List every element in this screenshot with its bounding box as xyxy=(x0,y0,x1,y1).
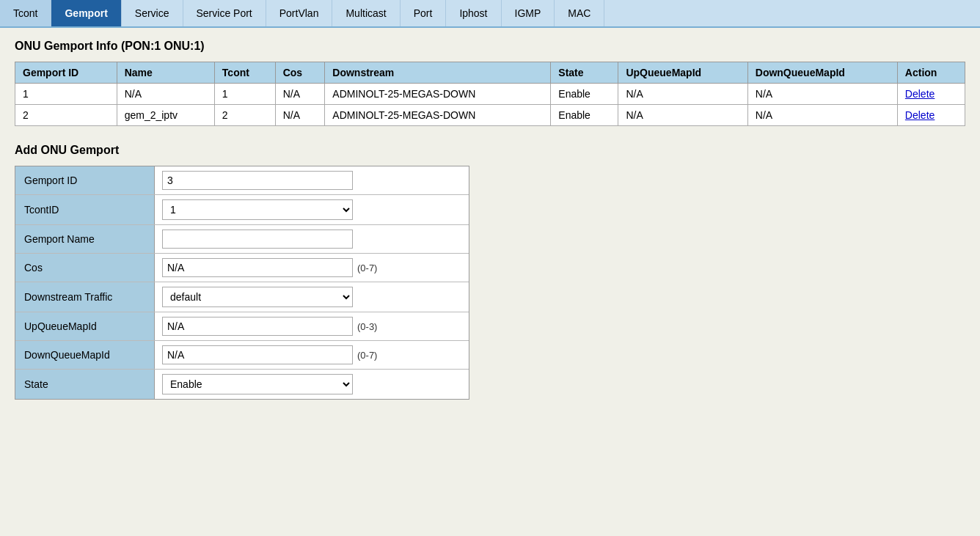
tab-tcont[interactable]: Tcont xyxy=(0,0,51,26)
delete-button-row-1[interactable]: Delete xyxy=(905,109,935,121)
tab-gemport[interactable]: Gemport xyxy=(51,0,121,26)
input-cos[interactable] xyxy=(162,258,353,277)
form-label-up_queue_map_id: UpQueueMapId xyxy=(15,312,155,340)
col-header-cos: Cos xyxy=(275,62,325,84)
form-row-tcont_id: TcontID123 xyxy=(15,195,469,225)
gemport-info-table: Gemport IDNameTcontCosDownstreamStateUpQ… xyxy=(15,62,965,126)
form-row-downstream_traffic: Downstream Trafficdefault xyxy=(15,282,469,312)
form-label-down_queue_map_id: DownQueueMapId xyxy=(15,341,155,369)
table-row: 1N/A1N/AADMINOLT-25-MEGAS-DOWNEnableN/AN… xyxy=(15,84,965,105)
col-header-tcont: Tcont xyxy=(214,62,275,84)
input-gemport_name[interactable] xyxy=(162,230,353,249)
form-label-gemport_name: Gemport Name xyxy=(15,225,155,253)
form-row-down_queue_map_id: DownQueueMapId(0-7) xyxy=(15,341,469,370)
select-tcont_id[interactable]: 123 xyxy=(162,199,353,220)
table-body: 1N/A1N/AADMINOLT-25-MEGAS-DOWNEnableN/AN… xyxy=(15,84,965,126)
form-row-gemport_name: Gemport Name xyxy=(15,225,469,254)
tab-iphost[interactable]: Iphost xyxy=(446,0,501,26)
form-label-gemport_id: Gemport ID xyxy=(15,166,155,194)
col-header-state: State xyxy=(551,62,618,84)
form-row-up_queue_map_id: UpQueueMapId(0-3) xyxy=(15,312,469,341)
hint-cos: (0-7) xyxy=(357,263,377,273)
col-header-name: Name xyxy=(117,62,214,84)
tab-serviceport[interactable]: Service Port xyxy=(183,0,266,26)
form-label-tcont_id: TcontID xyxy=(15,195,155,224)
col-header-gemport-id: Gemport ID xyxy=(15,62,117,84)
input-gemport_id[interactable] xyxy=(162,171,353,190)
col-header-upqueuemapid: UpQueueMapId xyxy=(618,62,747,84)
col-header-downstream: Downstream xyxy=(325,62,551,84)
input-down_queue_map_id[interactable] xyxy=(162,345,353,364)
info-section-title: ONU Gemport Info (PON:1 ONU:1) xyxy=(15,40,965,53)
form-label-state: State xyxy=(15,370,155,399)
hint-up_queue_map_id: (0-3) xyxy=(357,321,377,332)
tab-multicast[interactable]: Multicast xyxy=(332,0,400,26)
select-state[interactable]: EnableDisable xyxy=(162,374,353,394)
form-row-state: StateEnableDisable xyxy=(15,370,469,399)
add-section-title: Add ONU Gemport xyxy=(15,144,965,157)
tab-mac[interactable]: MAC xyxy=(555,0,604,26)
input-up_queue_map_id[interactable] xyxy=(162,317,353,336)
add-gemport-form: Gemport IDTcontID123Gemport NameCos(0-7)… xyxy=(15,166,469,400)
tab-service[interactable]: Service xyxy=(122,0,183,26)
table-header-row: Gemport IDNameTcontCosDownstreamStateUpQ… xyxy=(15,62,965,84)
col-header-downqueuemapid: DownQueueMapId xyxy=(747,62,897,84)
col-header-action: Action xyxy=(897,62,965,84)
form-row-gemport_id: Gemport ID xyxy=(15,166,469,195)
tab-bar: TcontGemportServiceService PortPortVlanM… xyxy=(0,0,980,28)
tab-port[interactable]: Port xyxy=(401,0,447,26)
form-row-cos: Cos(0-7) xyxy=(15,254,469,282)
table-row: 2gem_2_iptv2N/AADMINOLT-25-MEGAS-DOWNEna… xyxy=(15,105,965,126)
form-label-downstream_traffic: Downstream Traffic xyxy=(15,282,155,312)
tab-portvlan[interactable]: PortVlan xyxy=(266,0,333,26)
page-content: ONU Gemport Info (PON:1 ONU:1) Gemport I… xyxy=(0,28,980,411)
hint-down_queue_map_id: (0-7) xyxy=(357,350,377,361)
form-label-cos: Cos xyxy=(15,254,155,282)
select-downstream_traffic[interactable]: default xyxy=(162,287,353,307)
delete-button-row-0[interactable]: Delete xyxy=(905,88,935,100)
tab-igmp[interactable]: IGMP xyxy=(502,0,555,26)
